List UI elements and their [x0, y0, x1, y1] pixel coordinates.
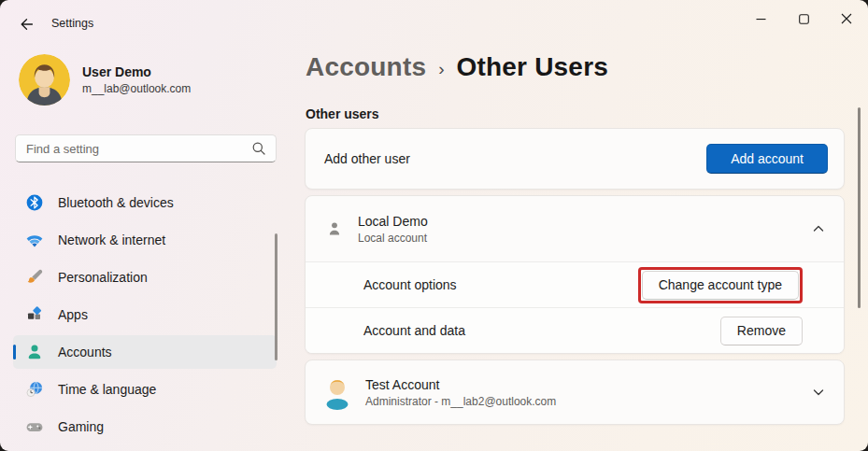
sidebar-item-label: Time & language: [58, 382, 156, 397]
search-box[interactable]: [15, 134, 277, 162]
maximize-button[interactable]: [782, 0, 825, 37]
sidebar-item-label: Personalization: [58, 270, 148, 285]
local-demo-info: Local Demo Local account: [358, 214, 428, 245]
sidebar-item-gaming[interactable]: Gaming: [13, 410, 277, 444]
sidebar-item-label: Accounts: [58, 345, 112, 359]
sidebar-scrollbar[interactable]: [275, 233, 277, 360]
sidebar-item-personalization[interactable]: Personalization: [13, 261, 277, 294]
local-demo-header[interactable]: Local Demo Local account: [306, 196, 844, 261]
add-other-user-card: Add other user Add account: [305, 128, 845, 190]
sidebar-nav: Bluetooth & devices Network & internet P…: [13, 186, 277, 447]
sidebar: User Demo m__lab@outlook.com Bluetooth &…: [0, 39, 290, 451]
back-arrow-icon: [19, 17, 34, 32]
globe-clock-icon: [25, 380, 44, 399]
user-avatar: [19, 54, 70, 106]
account-and-data-row: Account and data Remove: [306, 307, 844, 353]
close-button[interactable]: [825, 0, 868, 37]
titlebar: Settings: [0, 0, 868, 39]
search-input[interactable]: [26, 142, 251, 156]
minimize-button[interactable]: [739, 0, 782, 37]
section-label: Other users: [306, 106, 379, 121]
sidebar-item-bluetooth-devices[interactable]: Bluetooth & devices: [13, 186, 277, 219]
search-icon: [251, 141, 266, 156]
cards-stack: Add other user Add account Local Demo Lo…: [305, 128, 845, 425]
test-account-avatar: [322, 373, 352, 411]
selected-indicator: [13, 345, 16, 359]
add-account-button[interactable]: Add account: [706, 144, 828, 174]
account-subtitle: Local account: [358, 232, 428, 245]
remove-button[interactable]: Remove: [720, 317, 803, 345]
user-info: User Demo m__lab@outlook.com: [82, 64, 191, 95]
minimize-icon: [756, 14, 766, 24]
add-other-user-label: Add other user: [324, 151, 410, 166]
chevron-down-icon[interactable]: [811, 385, 826, 400]
gamepad-icon: [25, 417, 44, 436]
account-subtitle: Administrator - m__lab2@outlook.com: [365, 395, 556, 408]
wifi-icon: [25, 231, 44, 249]
sidebar-item-network-internet[interactable]: Network & internet: [13, 223, 277, 257]
paintbrush-icon: [25, 268, 44, 287]
local-user-icon: [325, 219, 344, 238]
account-and-data-label: Account and data: [363, 323, 465, 338]
sidebar-item-accounts[interactable]: Accounts: [13, 335, 277, 369]
sidebar-item-label: Network & internet: [58, 233, 165, 247]
local-demo-card: Local Demo Local account Account options…: [305, 195, 845, 354]
close-icon: [841, 13, 852, 24]
sidebar-item-label: Apps: [58, 307, 88, 322]
window-controls: [739, 0, 868, 37]
sidebar-item-label: Bluetooth & devices: [58, 195, 174, 210]
change-account-type-button[interactable]: Change account type: [642, 271, 799, 300]
account-options-row: Account options Change account type: [306, 261, 844, 307]
chevron-up-icon[interactable]: [811, 221, 826, 236]
maximize-icon: [799, 14, 809, 24]
breadcrumb: Accounts › Other Users: [306, 52, 608, 82]
account-name: Test Account: [365, 377, 556, 392]
sidebar-item-time-language[interactable]: Time & language: [13, 373, 277, 406]
sidebar-item-apps[interactable]: Apps: [13, 298, 277, 331]
main-scrollbar[interactable]: [858, 107, 861, 308]
accounts-person-icon: [25, 343, 44, 361]
back-button[interactable]: [12, 12, 40, 36]
account-options-label: Account options: [363, 277, 457, 292]
apps-icon: [25, 305, 44, 324]
user-email: m__lab@outlook.com: [82, 82, 191, 95]
breadcrumb-accounts[interactable]: Accounts: [306, 52, 426, 82]
user-profile[interactable]: User Demo m__lab@outlook.com: [19, 54, 191, 106]
account-name: Local Demo: [358, 214, 428, 229]
user-name: User Demo: [82, 64, 191, 79]
red-highlight-annotation: Change account type: [638, 267, 803, 303]
breadcrumb-separator-icon: ›: [438, 55, 444, 79]
test-account-card[interactable]: Test Account Administrator - m__lab2@out…: [305, 359, 845, 425]
app-title: Settings: [51, 17, 93, 30]
page-title: Other Users: [457, 52, 609, 82]
settings-window: Settings: [0, 0, 868, 451]
main-content: Accounts › Other Users Other users Add o…: [305, 39, 845, 451]
test-account-info: Test Account Administrator - m__lab2@out…: [365, 377, 556, 408]
bluetooth-icon: [25, 193, 44, 212]
sidebar-item-label: Gaming: [58, 419, 104, 434]
